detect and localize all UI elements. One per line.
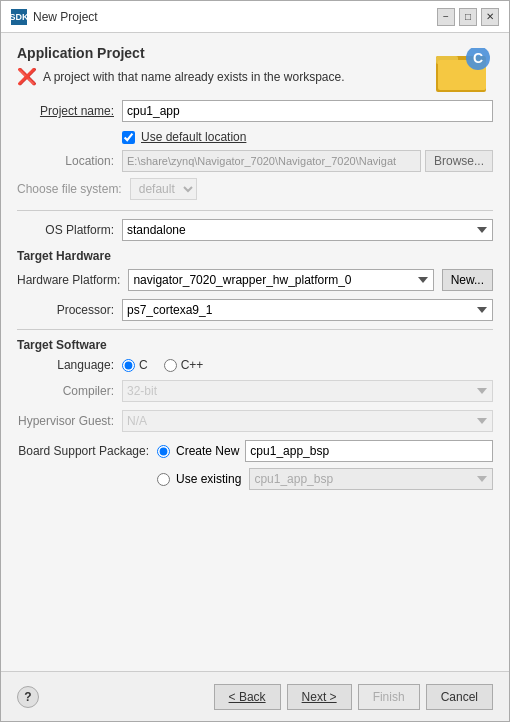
language-row: Language: C C++ <box>17 358 493 372</box>
target-software-title: Target Software <box>17 338 493 352</box>
processor-row: Processor: ps7_cortexa9_1 <box>17 299 493 321</box>
lang-c-radio[interactable] <box>122 359 135 372</box>
main-window: SDK New Project − □ ✕ Application Projec… <box>0 0 510 722</box>
filesystem-label: Choose file system: <box>17 182 130 196</box>
bsp-use-existing-row: Use existing cpu1_app_bsp <box>157 468 493 490</box>
window-title: New Project <box>33 10 98 24</box>
maximize-button[interactable]: □ <box>459 8 477 26</box>
back-button[interactable]: < Back <box>214 684 281 710</box>
lang-c-option[interactable]: C <box>122 358 148 372</box>
lang-c-label: C <box>139 358 148 372</box>
cancel-button[interactable]: Cancel <box>426 684 493 710</box>
create-new-label: Create New <box>176 444 239 458</box>
close-button[interactable]: ✕ <box>481 8 499 26</box>
use-existing-label: Use existing <box>176 472 241 486</box>
hw-platform-label: Hardware Platform: <box>17 273 128 287</box>
compiler-label: Compiler: <box>17 384 122 398</box>
hypervisor-row: Hypervisor Guest: N/A <box>17 410 493 432</box>
hypervisor-select: N/A <box>122 410 493 432</box>
use-default-location-label[interactable]: Use default location <box>141 130 246 144</box>
hw-platform-row: Hardware Platform: navigator_7020_wrappe… <box>17 269 493 291</box>
divider-1 <box>17 210 493 211</box>
finish-button[interactable]: Finish <box>358 684 420 710</box>
processor-label: Processor: <box>17 303 122 317</box>
hw-platform-select[interactable]: navigator_7020_wrapper_hw_platform_0 <box>128 269 433 291</box>
project-name-input[interactable] <box>122 100 493 122</box>
app-icon: SDK <box>11 9 27 25</box>
bsp-create-new-radio[interactable] <box>157 445 170 458</box>
minimize-button[interactable]: − <box>437 8 455 26</box>
error-row: ❌ A project with that name already exist… <box>17 69 433 85</box>
location-input <box>122 150 421 172</box>
bsp-name-input[interactable] <box>245 440 493 462</box>
os-platform-row: OS Platform: standalone <box>17 219 493 241</box>
next-button[interactable]: Next > <box>287 684 352 710</box>
bsp-create-new-row: Board Support Package: Create New <box>17 440 493 462</box>
bsp-use-existing-radio[interactable] <box>157 473 170 486</box>
error-message: A project with that name already exists … <box>43 70 344 84</box>
browse-button[interactable]: Browse... <box>425 150 493 172</box>
os-platform-label: OS Platform: <box>17 223 122 237</box>
error-icon: ❌ <box>17 69 37 85</box>
bsp-label: Board Support Package: <box>17 444 157 458</box>
location-label: Location: <box>17 154 122 168</box>
target-hardware-title: Target Hardware <box>17 249 493 263</box>
lang-cpp-radio[interactable] <box>164 359 177 372</box>
default-location-row: Use default location <box>122 130 493 144</box>
processor-select[interactable]: ps7_cortexa9_1 <box>122 299 493 321</box>
compiler-select: 32-bit <box>122 380 493 402</box>
lang-cpp-label: C++ <box>181 358 204 372</box>
compiler-row: Compiler: 32-bit <box>17 380 493 402</box>
svg-text:C: C <box>472 50 482 66</box>
hypervisor-label: Hypervisor Guest: <box>17 414 122 428</box>
location-row: Location: Browse... <box>17 150 493 172</box>
divider-2 <box>17 329 493 330</box>
help-button[interactable]: ? <box>17 686 39 708</box>
new-hw-button[interactable]: New... <box>442 269 493 291</box>
dialog-content: Application Project ❌ A project with tha… <box>1 33 509 671</box>
folder-icon: C <box>436 48 491 98</box>
language-label: Language: <box>17 358 122 372</box>
section-title: Application Project <box>17 45 433 61</box>
filesystem-select: default <box>130 178 197 200</box>
filesystem-row: Choose file system: default <box>17 178 493 200</box>
title-bar: SDK New Project − □ ✕ <box>1 1 509 33</box>
bsp-existing-select: cpu1_app_bsp <box>249 468 493 490</box>
project-name-row: Project name: <box>17 100 493 122</box>
os-platform-select[interactable]: standalone <box>122 219 493 241</box>
lang-cpp-option[interactable]: C++ <box>164 358 204 372</box>
use-default-location-checkbox[interactable] <box>122 131 135 144</box>
dialog-footer: ? < Back Next > Finish Cancel <box>1 671 509 721</box>
project-name-label: Project name: <box>17 104 122 118</box>
